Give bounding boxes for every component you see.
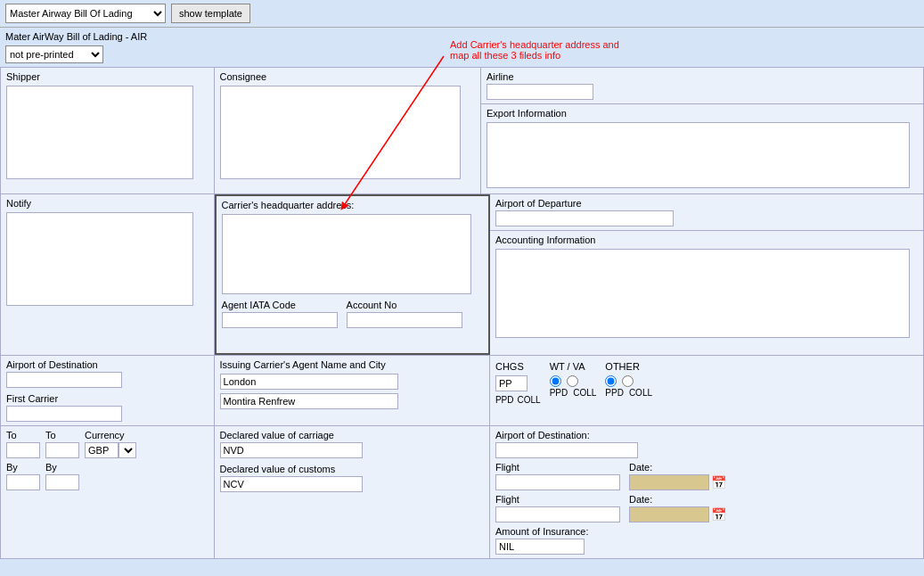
declared-carriage-input[interactable] bbox=[220, 442, 363, 458]
to1-group: To bbox=[6, 430, 40, 458]
chgs-input[interactable] bbox=[495, 375, 527, 391]
row3: Airport of Destination First Carrier Iss… bbox=[1, 356, 923, 426]
shipper-textarea[interactable] bbox=[6, 86, 193, 179]
airport-dep-input[interactable] bbox=[495, 210, 674, 226]
to1-label: To bbox=[6, 430, 40, 440]
date1-group: Date: 📅 bbox=[629, 462, 726, 490]
accounting-textarea[interactable] bbox=[495, 249, 910, 338]
to2-label: To bbox=[45, 430, 79, 440]
agent-iata-label: Agent IATA Code bbox=[222, 300, 338, 310]
by2-group: By bbox=[45, 462, 79, 490]
first-carrier-input[interactable] bbox=[6, 406, 122, 422]
date1-label: Date: bbox=[629, 462, 726, 473]
wt-va-coll: COLL bbox=[573, 388, 596, 398]
airport-dest-left-label: Airport of Destination bbox=[6, 359, 209, 370]
shipper-label: Shipper bbox=[6, 71, 209, 82]
date2-label: Date: bbox=[629, 494, 726, 505]
flight1-input[interactable] bbox=[495, 474, 620, 490]
other-radios bbox=[605, 375, 652, 387]
flight1-row: Flight Date: 📅 bbox=[495, 462, 918, 490]
date2-input[interactable] bbox=[629, 506, 709, 523]
chgs-sub: PPD COLL bbox=[495, 395, 541, 405]
airport-dep-cell: Airport of Departure bbox=[490, 194, 923, 231]
other-ppd-radio[interactable] bbox=[605, 375, 617, 387]
agent-iata-input[interactable] bbox=[222, 312, 338, 328]
currency-input[interactable] bbox=[85, 442, 119, 458]
declared-customs-group: Declared value of customs bbox=[220, 464, 484, 492]
export-info-textarea[interactable] bbox=[487, 122, 910, 188]
airline-input[interactable] bbox=[487, 84, 593, 100]
date1-input[interactable] bbox=[629, 474, 709, 490]
by2-input[interactable] bbox=[45, 474, 79, 490]
airport-dest-right-group: Airport of Destination: bbox=[495, 430, 918, 458]
account-no-input[interactable] bbox=[347, 312, 462, 328]
currency-select[interactable]: ▼ bbox=[119, 442, 136, 458]
account-no-group: Account No bbox=[347, 300, 462, 328]
other-coll-radio[interactable] bbox=[622, 375, 634, 387]
other-sub: PPD COLL bbox=[605, 388, 652, 398]
right-col-row1: Airline Export Information bbox=[481, 68, 923, 193]
consignee-textarea[interactable] bbox=[220, 86, 461, 179]
airport-dest-right-input[interactable] bbox=[495, 442, 638, 458]
declared-customs-input[interactable] bbox=[220, 476, 363, 492]
other-group: OTHER PPD COLL bbox=[605, 361, 652, 398]
carrier-hq-label: Carrier's headquarter address: bbox=[222, 200, 483, 210]
wt-va-radios bbox=[550, 375, 597, 387]
by2-label: By bbox=[45, 462, 79, 473]
show-template-button[interactable]: show template bbox=[171, 4, 250, 23]
flight2-row: Flight Date: 📅 bbox=[495, 494, 918, 523]
issuing-carrier-input1[interactable] bbox=[220, 374, 398, 390]
airport-dep-label: Airport of Departure bbox=[495, 198, 918, 209]
by1-input[interactable] bbox=[6, 474, 40, 490]
carrier-hq-textarea[interactable] bbox=[222, 214, 471, 294]
row4: To To Currency ▼ bbox=[1, 426, 923, 558]
issuing-carrier-cell: Issuing Carrier's Agent Name and City bbox=[215, 356, 490, 425]
declared-customs-label: Declared value of customs bbox=[220, 464, 484, 474]
issuing-carrier-label: Issuing Carrier's Agent Name and City bbox=[220, 359, 484, 370]
airport-dest-right-label: Airport of Destination: bbox=[495, 430, 918, 440]
declared-cell: Declared value of carriage Declared valu… bbox=[215, 426, 490, 558]
by1-group: By bbox=[6, 462, 40, 490]
accounting-cell: Accounting Information bbox=[490, 231, 923, 343]
amount-insurance-input[interactable] bbox=[495, 539, 585, 555]
wt-va-ppd: PPD bbox=[550, 388, 568, 398]
top-bar: Master Airway Bill Of Lading show templa… bbox=[0, 0, 924, 28]
date2-group: Date: 📅 bbox=[629, 494, 726, 523]
to2-input[interactable] bbox=[45, 442, 79, 458]
chgs-group: CHGS PPD COLL bbox=[495, 361, 541, 405]
to-currency-cell: To To Currency ▼ bbox=[1, 426, 215, 558]
iata-account-row: Agent IATA Code Account No bbox=[222, 300, 483, 328]
notify-cell: Notify bbox=[1, 194, 215, 355]
flight2-group: Flight bbox=[495, 494, 620, 523]
declared-carriage-group: Declared value of carriage bbox=[220, 430, 484, 458]
to1-input[interactable] bbox=[6, 442, 40, 458]
main-form: Shipper Consignee Airline Export Informa… bbox=[0, 67, 924, 559]
other-ppd: PPD bbox=[605, 388, 624, 398]
wt-va-ppd-radio[interactable] bbox=[550, 375, 561, 387]
first-carrier-label: First Carrier bbox=[6, 393, 209, 404]
first-carrier-cell: First Carrier bbox=[6, 393, 209, 422]
flight2-input[interactable] bbox=[495, 506, 620, 523]
airport-dest-left-input[interactable] bbox=[6, 372, 122, 388]
right-col-row2: Airport of Departure Accounting Informat… bbox=[490, 194, 923, 355]
wt-va-group: WT / VA PPD COLL bbox=[550, 361, 597, 398]
chgs-cell: CHGS PPD COLL WT / VA PPD bbox=[490, 356, 923, 425]
notify-textarea[interactable] bbox=[6, 212, 193, 306]
airline-cell: Airline bbox=[481, 68, 923, 104]
shipper-cell: Shipper bbox=[1, 68, 215, 193]
pre-printed-select[interactable]: not pre-printed bbox=[5, 45, 103, 63]
declared-carriage-label: Declared value of carriage bbox=[220, 430, 484, 440]
row1: Shipper Consignee Airline Export Informa… bbox=[1, 68, 923, 194]
accounting-label: Accounting Information bbox=[495, 235, 918, 245]
template-select[interactable]: Master Airway Bill Of Lading bbox=[5, 4, 166, 23]
flight2-label: Flight bbox=[495, 494, 620, 505]
notify-label: Notify bbox=[6, 198, 209, 209]
calendar2-icon[interactable]: 📅 bbox=[711, 507, 726, 522]
by-row: By By bbox=[6, 462, 209, 490]
wt-va-coll-radio[interactable] bbox=[567, 375, 578, 387]
other-header: OTHER bbox=[605, 361, 652, 372]
consignee-cell: Consignee bbox=[215, 68, 481, 193]
calendar1-icon[interactable]: 📅 bbox=[711, 475, 726, 490]
issuing-carrier-input2[interactable] bbox=[220, 393, 398, 409]
left-col-row3: Airport of Destination First Carrier bbox=[1, 356, 215, 425]
